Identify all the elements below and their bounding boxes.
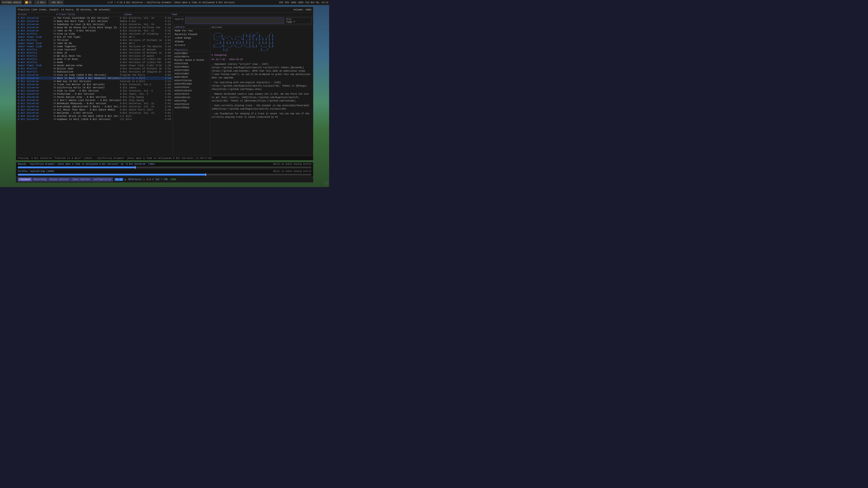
library-item[interactable]: Artists <box>173 43 210 47</box>
table-row[interactable]: 8 Bit Universe 01 Bailando – 8-Bit Versi… <box>16 111 173 115</box>
playlist-item[interactable]: selectPop <box>173 99 210 103</box>
playlist-item[interactable]: selectVoice <box>173 86 210 89</box>
net-in-label: ↓ <box>35 1 37 4</box>
library-item[interactable]: Albums <box>173 40 210 43</box>
mopidy-progress-fill <box>18 166 135 168</box>
table-row[interactable]: 8-Bit Misfits 08 We Will Rock You 8-Bit … <box>16 55 173 58</box>
table-row[interactable]: 8 Bit Universe 01 All About That Bass – … <box>16 108 173 111</box>
table-row[interactable]: 8 Bit Universe 05 Baby One More Time – 8… <box>16 20 173 23</box>
track-title: Somebody to Love (8 Bit Version) <box>57 23 120 26</box>
playlist-item[interactable]: selectVibes <box>173 69 210 72</box>
firefox-progress-container[interactable] <box>16 173 313 176</box>
library-item[interactable]: Made For You <box>173 29 210 33</box>
table-row[interactable]: 8-Bit Misfits 01 Thriller 8-Bit Versions… <box>16 39 173 42</box>
track-num: 01 <box>52 112 57 114</box>
firefox-progress-handle[interactable] <box>206 173 206 176</box>
table-row[interactable]: 8 Bit Universe 34 The Final Countdown (8… <box>16 17 173 20</box>
playlist-item[interactable]: selectCalm <box>173 62 210 65</box>
track-album: 8-Bit Universe, Vol. 22 <box>120 29 162 32</box>
table-row[interactable]: 8 Bit Universe 04 Bohemian Rhapsody – 8-… <box>16 102 173 105</box>
table-row[interactable]: 8 Bit Universe 24 Take on Me – 8-Bit Ver… <box>16 29 173 32</box>
table-row[interactable]: Super Power Club 10 Eye of the Tiger 8-B… <box>16 35 173 39</box>
table-row[interactable]: 8-Bit Misfits 02 Radioactive 8-Bit Versi… <box>16 70 173 73</box>
table-row[interactable]: 8 Bit Universe 02 Another Brick in the W… <box>16 115 173 118</box>
mixer-tab-recording[interactable]: Recording <box>32 177 48 182</box>
table-row[interactable]: 8 Bit Universe 18 Highway to Hell (2019 … <box>16 118 173 121</box>
hostname-label: FASTWEB-380820 <box>2 1 21 4</box>
playlist-item[interactable]: selectMinimal <box>173 82 210 86</box>
table-row[interactable]: 8 Bit Universe 04 Bad Guy (8 Bit Version… <box>16 80 173 83</box>
table-row[interactable]: 8 Bit Universe 16 I Don't Wanna Live For… <box>16 99 173 102</box>
firefox-progress-track[interactable] <box>18 174 311 175</box>
playlist-item[interactable]: selectShqip <box>173 106 210 109</box>
table-row[interactable]: 8-Bit Misfits 03 Lose Yourself 8-Bit Ver… <box>16 48 173 51</box>
table-row[interactable]: 8 Bit Universe 03 Back In Back (2019 8 B… <box>16 76 173 80</box>
table-row[interactable]: Super Power Club 04 Seven Nation Army Su… <box>16 64 173 67</box>
col-num-header: # <box>53 13 59 16</box>
col-track-header: Track Title <box>59 13 124 16</box>
help-text: Type ? <box>286 21 310 23</box>
track-time: 1:12 <box>162 26 171 29</box>
mopidy-progress-track[interactable] <box>18 166 311 168</box>
playlist-item[interactable]: selectClassic <box>173 89 210 92</box>
track-artist: 8 Bit Universe <box>18 111 52 114</box>
table-row[interactable]: 8 Bit Universe 22 Treat You Better (8 Bi… <box>16 83 173 86</box>
playlist-item[interactable]: selectHeroic <box>173 96 210 99</box>
table-row[interactable]: 8 Bit Universe 25 Viva La Vida (2019 8 B… <box>16 73 173 76</box>
playlist-item[interactable]: selectDisco <box>173 103 210 106</box>
track-time: 5:18 <box>162 17 171 20</box>
playlist-item[interactable]: selectRetro <box>173 55 210 59</box>
table-row[interactable]: Super Power Club 01 Take On Me 8-Bit 80'… <box>16 42 173 45</box>
table-row[interactable]: 8 Bit Universe 13 Side to Side – 8 Bit V… <box>16 89 173 92</box>
table-row[interactable]: 8-Bit Misfits 04 Beat It 8-Bit Versions … <box>16 51 173 55</box>
track-album: 8 Bit Jawns <box>120 86 162 89</box>
library-item[interactable]: Liked Songs <box>173 36 210 40</box>
playlist-panel[interactable]: 8 Bit Universe 34 The Final Countdown (8… <box>16 17 173 156</box>
track-artist: 8 Bit Universe <box>18 105 52 108</box>
mopidy-progress-container[interactable] <box>16 166 313 169</box>
playlist-item[interactable]: selectCyber <box>173 72 210 75</box>
mixer-tab-playback[interactable]: Playback <box>18 177 32 182</box>
playlist-item[interactable]: selectMedic <box>173 65 210 69</box>
playlist-item[interactable]: selectItalian <box>173 79 210 82</box>
playlist-item[interactable]: Melodic House & Techno <box>173 59 210 62</box>
mopidy-progress-handle[interactable] <box>135 166 135 169</box>
table-row[interactable]: Super Power Club 03 Come Together 8-Bit … <box>16 45 173 48</box>
track-title: We Will Rock You <box>57 55 120 57</box>
table-row[interactable]: 8-Bit Misfits 02 What I've Done 8-Bit Ve… <box>16 58 173 61</box>
mixer-tab-output-devices[interactable]: Output Devices <box>48 177 70 182</box>
library-item[interactable]: Recently Played <box>173 33 210 36</box>
track-artist: 8 Bit Universe <box>18 86 52 89</box>
table-row[interactable]: 8 Bit Universe 05 Everybody (Backstreet'… <box>16 105 173 108</box>
playlist-item[interactable]: modernRock <box>173 75 210 79</box>
mixer-tab-input-devices[interactable]: Input Devices <box>71 177 92 182</box>
track-title: Another Brick in the Wall (2019 8 Bit Ve… <box>57 115 120 118</box>
playlist-item[interactable]: select8Bit <box>173 52 210 55</box>
table-row[interactable]: 8 Bit Universe 19 Somebody to Love (8 Bi… <box>16 23 173 26</box>
track-time: 3:14 <box>162 80 171 83</box>
table-row[interactable]: 8 Bit Universe 19 Help Me Im Gonna Die (… <box>16 26 173 29</box>
table-row[interactable]: 8-Bit Misfits 08 Billie Jean 8-Bit Versi… <box>16 67 173 70</box>
track-artist: 8 Bit Universe <box>18 93 52 95</box>
track-album: Lit Bits <box>120 115 162 118</box>
table-row[interactable]: 8-Bit Misfits 03 Viva La Vida 8-Bit Vers… <box>16 32 173 35</box>
firefox-progress-fill <box>18 174 206 175</box>
track-num: 01 <box>52 42 57 45</box>
volume-v: 0.0 V <box>147 178 153 181</box>
table-row[interactable]: 8 Bit Universe 05 California Gurls (8 Bi… <box>16 86 173 89</box>
table-row[interactable]: 8 Bit Universe 23 Seven Nation Army – 8 … <box>16 96 173 99</box>
col-album-header: Album <box>124 13 168 16</box>
track-artist: 8-Bit Misfits <box>18 55 52 57</box>
track-artist: 8 Bit Universe <box>18 115 52 118</box>
volume-pct: 25% <box>279 1 283 4</box>
track-title: Back In Back (2019 8 Bit Remaster Versio… <box>57 77 120 79</box>
net-out-label: ↑ <box>50 1 51 4</box>
firefox-bar: Firefox: AudioStream (100%) Built-in Aud… <box>16 169 313 173</box>
table-row[interactable]: 8 Bit Universe 08 Funkytown – 8 Bit Vers… <box>16 92 173 96</box>
track-title: Beat It <box>57 52 120 54</box>
mixer-tab-configuration[interactable]: Configuration <box>92 177 113 182</box>
time-elapsed: 1:47 / 4:18 <box>107 1 122 4</box>
search-input[interactable] <box>185 18 284 24</box>
playlist-item[interactable]: selectScore <box>173 92 210 96</box>
table-row[interactable]: 8-Bit Misfits 01 Numb 8-Bit Versions of … <box>16 61 173 64</box>
